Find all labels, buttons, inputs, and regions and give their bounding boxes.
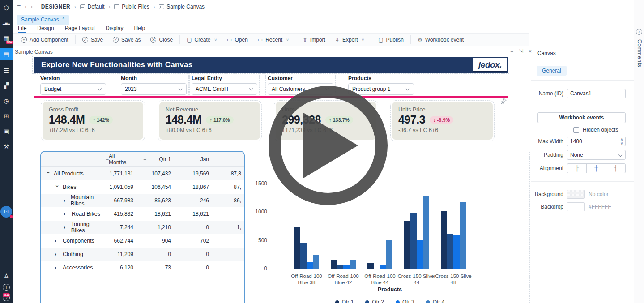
filter-select-version[interactable]: Budget bbox=[40, 83, 106, 95]
bar-qtr2-g1[interactable] bbox=[300, 243, 307, 269]
bar-qtr3-g5[interactable] bbox=[453, 235, 460, 269]
help-icon[interactable]: ?NEW bbox=[3, 294, 10, 301]
name-id-input[interactable]: Canvas1 bbox=[567, 89, 626, 98]
chevron-collapsed-icon[interactable]: › bbox=[55, 265, 59, 271]
table-cell[interactable]: 1,210 bbox=[139, 221, 176, 234]
toolbar-button-import[interactable]: ⇧Import bbox=[298, 34, 330, 46]
tab-sample-canvas[interactable]: Sample Canvas × bbox=[17, 15, 69, 25]
filter-select-month[interactable]: 2023 bbox=[121, 83, 187, 95]
padding-select[interactable]: None bbox=[567, 150, 626, 160]
table-header-cell[interactable]: −All Months bbox=[101, 152, 139, 166]
table-cell[interactable]: 415,832 bbox=[101, 207, 139, 221]
toolbar-button-recent[interactable]: ▭Recent∨ bbox=[253, 34, 294, 46]
table-cell[interactable]: 0 bbox=[176, 221, 214, 234]
menu-help[interactable]: Help bbox=[134, 25, 145, 33]
align-right-icon[interactable]: ╡ bbox=[606, 164, 625, 173]
bar-qtr2-g2[interactable] bbox=[337, 265, 343, 269]
table-cell[interactable] bbox=[214, 261, 242, 274]
ai-assistant-icon[interactable]: ⊡ ♪ bbox=[0, 206, 12, 218]
bar-qtr1-g5[interactable] bbox=[441, 211, 447, 269]
workbook-events-button[interactable]: Workbook events bbox=[537, 112, 626, 123]
table-row[interactable]: ›Clothing11,20900 bbox=[41, 248, 244, 261]
menu-display[interactable]: Display bbox=[106, 25, 123, 33]
bar-qtr4-g2[interactable] bbox=[350, 260, 356, 269]
bar-qtr1-g2[interactable] bbox=[331, 260, 337, 269]
reports-icon[interactable]: ▤ bbox=[0, 48, 13, 60]
analytics-icon[interactable]: ▂▅▃ bbox=[0, 18, 13, 28]
breadcrumb-item-public-files[interactable]: Public Files bbox=[114, 4, 149, 10]
table-cell[interactable]: 662,744 bbox=[101, 234, 139, 248]
chevron-expanded-icon[interactable]: › bbox=[54, 185, 60, 190]
table-cell[interactable] bbox=[214, 248, 242, 261]
table-cell[interactable]: 0 bbox=[176, 248, 214, 261]
table-cell[interactable]: 19,569 bbox=[176, 167, 214, 180]
table-cell[interactable]: 1, bbox=[214, 221, 242, 234]
nav-back-icon[interactable]: ‹ bbox=[25, 3, 26, 10]
toolbar-button-add-component[interactable]: +Add Component bbox=[16, 34, 73, 46]
table-cell[interactable]: 18,621 bbox=[139, 207, 176, 221]
collapse-minus-icon[interactable]: − bbox=[143, 156, 146, 162]
table-header-cell[interactable]: −Qtr 1 bbox=[139, 152, 176, 166]
chevron-collapsed-icon[interactable]: › bbox=[64, 197, 67, 204]
legend-item[interactable]: Qtr 2 bbox=[365, 299, 384, 303]
table-cell[interactable]: 667,983 bbox=[101, 194, 139, 207]
table-row[interactable]: ›Accessories6,120730 bbox=[41, 261, 244, 274]
toolbar-button-workbook-event[interactable]: ⚙Workbook event bbox=[413, 34, 469, 46]
legend-item[interactable]: Qtr 3 bbox=[396, 299, 414, 303]
tab-general[interactable]: General bbox=[537, 66, 567, 76]
modeler-icon[interactable]: ▞ bbox=[0, 81, 13, 90]
table-cell[interactable]: 107,432 bbox=[139, 167, 176, 180]
nav-forward-icon[interactable]: › bbox=[31, 3, 33, 10]
table-cell[interactable] bbox=[214, 207, 242, 221]
bar-qtr3-g3[interactable] bbox=[380, 265, 386, 269]
pivot-table-widget[interactable]: −All Months−Qtr 1Jan ›All Products1,771,… bbox=[40, 151, 245, 303]
bar-qtr4-g1[interactable] bbox=[313, 255, 319, 269]
legend-item[interactable]: Qtr 1 bbox=[335, 299, 354, 303]
toolbar-button-save-as[interactable]: ✓Save as bbox=[108, 34, 145, 46]
close-window-icon[interactable]: × bbox=[529, 48, 532, 55]
table-cell[interactable]: 246 bbox=[176, 194, 214, 207]
bar-qtr3-g4[interactable] bbox=[417, 240, 423, 269]
breadcrumb-item-sample-canvas[interactable]: Sample Canvas bbox=[159, 4, 205, 10]
table-cell[interactable]: 87, bbox=[214, 180, 242, 194]
breadcrumb-item-default[interactable]: Default bbox=[80, 4, 105, 10]
table-cell[interactable]: 73 bbox=[139, 261, 176, 274]
table-header-cell[interactable]: Jan bbox=[176, 152, 214, 166]
comments-label[interactable]: Comments bbox=[636, 39, 643, 67]
table-cell[interactable]: 87,8 bbox=[214, 167, 242, 180]
bar-qtr2-g4[interactable] bbox=[410, 213, 417, 269]
chevron-collapsed-icon[interactable]: › bbox=[55, 238, 59, 244]
table-cell[interactable]: 106,454 bbox=[139, 180, 176, 194]
jedox-logo-icon[interactable]: ⬡ bbox=[0, 3, 13, 13]
table-row[interactable]: ›Components662,744904702 bbox=[41, 234, 244, 248]
table-cell[interactable]: 1,771,131 bbox=[101, 167, 139, 180]
toolbar-button-open[interactable]: ▭Open bbox=[222, 34, 253, 46]
table-cell[interactable]: 6,120 bbox=[101, 261, 139, 274]
background-swatch[interactable] bbox=[567, 190, 585, 199]
table-cell[interactable]: 7,244 bbox=[101, 221, 139, 234]
backdrop-swatch[interactable] bbox=[567, 202, 585, 211]
table-cell[interactable]: 0 bbox=[139, 248, 176, 261]
menu-design[interactable]: Design bbox=[37, 25, 54, 33]
chevron-collapsed-icon[interactable]: › bbox=[64, 224, 68, 230]
table-cell[interactable]: 1,091,059 bbox=[101, 180, 139, 194]
align-center-icon[interactable]: ╪ bbox=[587, 164, 606, 173]
table-cell[interactable]: 11,209 bbox=[101, 248, 139, 261]
table-row[interactable]: ›All Products1,771,131107,43219,56987,8 bbox=[41, 167, 244, 180]
table-row[interactable]: ›Road Bikes415,83218,62118,621 bbox=[41, 207, 244, 221]
table-header-cell[interactable] bbox=[214, 152, 242, 166]
tab-close-icon[interactable]: × bbox=[62, 16, 65, 21]
toolbar-button-publish[interactable]: ▢Publish bbox=[373, 34, 409, 46]
breadcrumb-root[interactable]: DESIGNER bbox=[41, 4, 70, 10]
toolbar-button-save[interactable]: ✓Save bbox=[77, 34, 108, 46]
toolbar-button-export[interactable]: ⇩Export∨ bbox=[330, 34, 369, 46]
bar-qtr1-g4[interactable] bbox=[404, 221, 410, 269]
toolbar-button-close[interactable]: ✕Close bbox=[145, 34, 178, 46]
info-icon[interactable]: i bbox=[3, 284, 10, 291]
restore-icon[interactable]: ⇲ bbox=[519, 48, 523, 55]
collapse-minus-icon[interactable]: − bbox=[106, 156, 109, 162]
table-cell[interactable]: 86, bbox=[214, 194, 242, 207]
bar-qtr3-g1[interactable] bbox=[307, 262, 313, 269]
table-row[interactable]: ›Touring Bikes7,2441,21001, bbox=[41, 221, 244, 234]
table-cell[interactable] bbox=[214, 234, 242, 248]
